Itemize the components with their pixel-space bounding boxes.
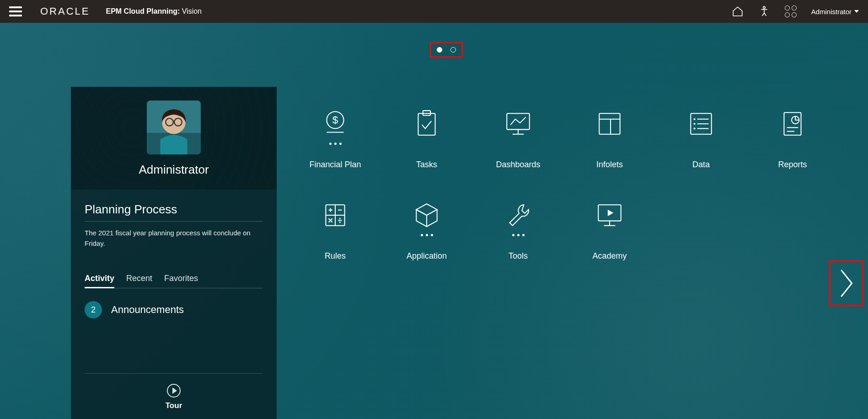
oracle-logo: ORACLE bbox=[40, 5, 90, 17]
cluster-label: Academy bbox=[592, 251, 627, 261]
svg-point-37 bbox=[339, 222, 341, 223]
announcements-panel: Administrator Planning Process The 2021 … bbox=[71, 87, 277, 419]
svg-point-0 bbox=[763, 6, 765, 8]
header-right: Administrator bbox=[732, 5, 859, 17]
dollar-coin-icon: $ bbox=[320, 109, 350, 139]
cluster-application[interactable]: Application bbox=[381, 193, 472, 285]
announcements-count-badge: 2 bbox=[85, 301, 102, 318]
cluster-label: Rules bbox=[325, 251, 346, 261]
cluster-label: Dashboards bbox=[496, 160, 540, 170]
cluster-label: Infolets bbox=[596, 160, 623, 170]
cluster-label: Tools bbox=[509, 251, 528, 261]
cluster-dots bbox=[421, 234, 433, 238]
list-lines-icon bbox=[686, 109, 716, 139]
svg-text:$: $ bbox=[332, 114, 338, 126]
hamburger-menu-icon[interactable] bbox=[9, 6, 22, 16]
play-icon[interactable] bbox=[167, 384, 181, 398]
panel-user-section: Administrator bbox=[71, 87, 277, 190]
cluster-tasks[interactable]: Tasks bbox=[381, 102, 472, 193]
cluster-financial-plan[interactable]: $ Financial Plan bbox=[289, 102, 381, 193]
avatar bbox=[147, 101, 201, 154]
panel-tabs: Activity Recent Favorites bbox=[85, 274, 263, 288]
cluster-academy[interactable]: Academy bbox=[564, 193, 655, 285]
home-icon[interactable] bbox=[732, 5, 744, 17]
calculator-icon bbox=[320, 200, 350, 230]
main-area: Administrator Planning Process The 2021 … bbox=[0, 23, 868, 419]
document-pie-icon bbox=[777, 109, 808, 139]
cluster-reports[interactable]: Reports bbox=[747, 102, 838, 193]
user-menu-label: Administrator bbox=[811, 8, 852, 16]
svg-point-36 bbox=[339, 218, 341, 219]
cluster-tools[interactable]: Tools bbox=[472, 193, 564, 285]
cluster-infolets[interactable]: Infolets bbox=[564, 102, 655, 193]
app-title-instance: Vision bbox=[180, 7, 202, 15]
carousel-dot-2[interactable] bbox=[450, 47, 456, 53]
cluster-label: Tasks bbox=[416, 160, 437, 170]
cluster-label: Financial Plan bbox=[309, 160, 361, 170]
panel-section-text: The 2021 fiscal year planning process wi… bbox=[85, 228, 263, 249]
panel-body: Planning Process The 2021 fiscal year pl… bbox=[71, 190, 277, 410]
svg-rect-15 bbox=[599, 113, 620, 134]
caret-down-icon bbox=[854, 10, 859, 13]
tour-section: Tour bbox=[85, 373, 263, 410]
app-title: EPM Cloud Planning: Vision bbox=[106, 7, 202, 16]
cluster-dashboards[interactable]: Dashboards bbox=[472, 102, 564, 193]
cluster-dots bbox=[329, 143, 342, 146]
layout-panels-icon bbox=[595, 109, 625, 139]
user-menu[interactable]: Administrator bbox=[811, 8, 859, 16]
carousel-dots-highlight bbox=[430, 42, 463, 58]
svg-point-19 bbox=[694, 118, 696, 120]
cluster-dots bbox=[512, 234, 525, 238]
announcements-label: Announcements bbox=[111, 304, 184, 316]
svg-point-23 bbox=[694, 127, 696, 129]
accessibility-icon[interactable] bbox=[758, 5, 770, 17]
activity-announcements-row[interactable]: 2 Announcements bbox=[85, 301, 263, 318]
cluster-rules[interactable]: Rules bbox=[289, 193, 381, 285]
panel-section-title: Planning Process bbox=[85, 202, 263, 217]
wrench-icon bbox=[503, 200, 533, 230]
global-header: ORACLE EPM Cloud Planning: Vision Admini… bbox=[0, 0, 868, 23]
tour-label[interactable]: Tour bbox=[85, 401, 263, 410]
svg-point-21 bbox=[694, 123, 696, 125]
cluster-label: Data bbox=[692, 160, 710, 170]
tab-activity[interactable]: Activity bbox=[85, 274, 114, 283]
svg-rect-10 bbox=[418, 113, 435, 135]
chevron-right-icon bbox=[837, 267, 856, 299]
app-switcher-icon[interactable] bbox=[785, 5, 797, 17]
cluster-grid: $ Financial Plan Tasks Dashboards Infole… bbox=[289, 102, 838, 285]
cluster-data[interactable]: Data bbox=[655, 102, 747, 193]
divider bbox=[85, 221, 263, 222]
cube-icon bbox=[412, 200, 442, 230]
monitor-chart-icon bbox=[503, 109, 533, 139]
carousel-dot-1[interactable] bbox=[437, 47, 442, 53]
monitor-play-icon bbox=[595, 200, 625, 230]
cluster-label: Reports bbox=[778, 160, 807, 170]
tab-favorites[interactable]: Favorites bbox=[164, 274, 198, 283]
cluster-label: Application bbox=[407, 251, 447, 261]
clipboard-check-icon bbox=[412, 109, 442, 139]
app-title-product: EPM Cloud Planning: bbox=[106, 7, 180, 15]
panel-username: Administrator bbox=[71, 163, 277, 177]
tab-recent[interactable]: Recent bbox=[126, 274, 152, 283]
